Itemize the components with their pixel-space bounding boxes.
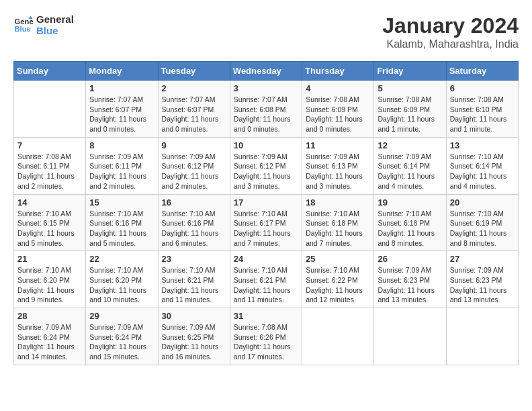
calendar-cell: 21Sunrise: 7:10 AM Sunset: 6:20 PM Dayli…: [14, 251, 86, 308]
calendar-week-row: 7Sunrise: 7:08 AM Sunset: 6:11 PM Daylig…: [14, 137, 519, 194]
day-number: 20: [450, 197, 515, 208]
logo: General Blue General Blue: [13, 13, 74, 36]
calendar-cell: [14, 81, 86, 138]
calendar-cell: 9Sunrise: 7:09 AM Sunset: 6:12 PM Daylig…: [158, 137, 230, 194]
day-info: Sunrise: 7:10 AM Sunset: 6:20 PM Dayligh…: [17, 265, 82, 305]
calendar-header-cell: Tuesday: [158, 62, 230, 81]
calendar-table: SundayMondayTuesdayWednesdayThursdayFrid…: [13, 61, 519, 365]
day-info: Sunrise: 7:09 AM Sunset: 6:12 PM Dayligh…: [162, 152, 226, 191]
logo-line2: Blue: [36, 25, 74, 36]
calendar-cell: 5Sunrise: 7:08 AM Sunset: 6:09 PM Daylig…: [374, 81, 446, 138]
calendar-cell: 3Sunrise: 7:07 AM Sunset: 6:08 PM Daylig…: [230, 81, 302, 138]
calendar-cell: 26Sunrise: 7:09 AM Sunset: 6:23 PM Dayli…: [374, 251, 446, 308]
calendar-cell: 1Sunrise: 7:07 AM Sunset: 6:07 PM Daylig…: [86, 81, 158, 138]
calendar-cell: 12Sunrise: 7:09 AM Sunset: 6:14 PM Dayli…: [374, 137, 446, 194]
day-number: 26: [378, 254, 442, 264]
day-number: 28: [17, 311, 82, 321]
calendar-cell: 16Sunrise: 7:10 AM Sunset: 6:16 PM Dayli…: [158, 194, 230, 251]
day-info: Sunrise: 7:07 AM Sunset: 6:07 PM Dayligh…: [162, 95, 226, 134]
calendar-cell: 19Sunrise: 7:10 AM Sunset: 6:18 PM Dayli…: [374, 194, 446, 251]
day-info: Sunrise: 7:10 AM Sunset: 6:17 PM Dayligh…: [234, 209, 298, 248]
calendar-header-cell: Wednesday: [230, 62, 302, 81]
calendar-cell: 13Sunrise: 7:10 AM Sunset: 6:14 PM Dayli…: [446, 137, 518, 194]
calendar-header-cell: Friday: [374, 62, 446, 81]
calendar-cell: 30Sunrise: 7:09 AM Sunset: 6:25 PM Dayli…: [158, 308, 230, 365]
calendar-cell: 8Sunrise: 7:09 AM Sunset: 6:11 PM Daylig…: [86, 137, 158, 194]
calendar-cell: 7Sunrise: 7:08 AM Sunset: 6:11 PM Daylig…: [14, 137, 86, 194]
month-title: January 2024: [382, 13, 519, 38]
day-info: Sunrise: 7:10 AM Sunset: 6:16 PM Dayligh…: [89, 209, 154, 248]
calendar-cell: 6Sunrise: 7:08 AM Sunset: 6:10 PM Daylig…: [446, 81, 518, 138]
day-number: 18: [306, 197, 370, 208]
day-info: Sunrise: 7:09 AM Sunset: 6:12 PM Dayligh…: [234, 152, 298, 191]
day-info: Sunrise: 7:10 AM Sunset: 6:14 PM Dayligh…: [450, 152, 515, 191]
calendar-body: 1Sunrise: 7:07 AM Sunset: 6:07 PM Daylig…: [14, 81, 519, 365]
calendar-week-row: 28Sunrise: 7:09 AM Sunset: 6:24 PM Dayli…: [14, 308, 519, 365]
day-number: 19: [378, 197, 442, 208]
day-number: 1: [89, 83, 154, 93]
day-number: 13: [450, 140, 515, 150]
day-number: 31: [234, 311, 298, 321]
calendar-cell: 25Sunrise: 7:10 AM Sunset: 6:22 PM Dayli…: [302, 251, 374, 308]
title-area: January 2024 Kalamb, Maharashtra, India: [382, 13, 519, 50]
day-info: Sunrise: 7:10 AM Sunset: 6:16 PM Dayligh…: [162, 209, 226, 248]
day-info: Sunrise: 7:10 AM Sunset: 6:19 PM Dayligh…: [450, 209, 515, 248]
day-info: Sunrise: 7:09 AM Sunset: 6:24 PM Dayligh…: [89, 322, 154, 362]
day-number: 3: [234, 83, 298, 93]
day-number: 22: [89, 254, 154, 264]
day-info: Sunrise: 7:08 AM Sunset: 6:26 PM Dayligh…: [234, 322, 298, 362]
calendar-header-row: SundayMondayTuesdayWednesdayThursdayFrid…: [14, 62, 519, 81]
day-number: 12: [378, 140, 442, 150]
day-info: Sunrise: 7:07 AM Sunset: 6:07 PM Dayligh…: [89, 95, 154, 134]
calendar-cell: 14Sunrise: 7:10 AM Sunset: 6:15 PM Dayli…: [14, 194, 86, 251]
calendar-cell: [374, 308, 446, 365]
day-number: 23: [162, 254, 226, 264]
logo-icon: General Blue: [13, 15, 34, 35]
calendar-header-cell: Sunday: [14, 62, 86, 81]
day-info: Sunrise: 7:10 AM Sunset: 6:15 PM Dayligh…: [17, 209, 82, 248]
day-number: 16: [162, 197, 226, 208]
calendar-cell: 29Sunrise: 7:09 AM Sunset: 6:24 PM Dayli…: [86, 308, 158, 365]
calendar-header-cell: Monday: [86, 62, 158, 81]
calendar-cell: 22Sunrise: 7:10 AM Sunset: 6:20 PM Dayli…: [86, 251, 158, 308]
day-info: Sunrise: 7:10 AM Sunset: 6:21 PM Dayligh…: [234, 265, 298, 305]
calendar-cell: 27Sunrise: 7:09 AM Sunset: 6:23 PM Dayli…: [446, 251, 518, 308]
calendar-cell: 24Sunrise: 7:10 AM Sunset: 6:21 PM Dayli…: [230, 251, 302, 308]
day-info: Sunrise: 7:09 AM Sunset: 6:11 PM Dayligh…: [89, 152, 154, 191]
day-number: 25: [306, 254, 370, 264]
day-info: Sunrise: 7:09 AM Sunset: 6:14 PM Dayligh…: [378, 152, 442, 191]
day-number: 15: [89, 197, 154, 208]
calendar-cell: 11Sunrise: 7:09 AM Sunset: 6:13 PM Dayli…: [302, 137, 374, 194]
day-number: 2: [162, 83, 226, 93]
calendar-cell: 17Sunrise: 7:10 AM Sunset: 6:17 PM Dayli…: [230, 194, 302, 251]
day-number: 14: [17, 197, 82, 208]
day-number: 5: [378, 83, 442, 93]
svg-text:Blue: Blue: [15, 25, 31, 33]
day-number: 21: [17, 254, 82, 264]
day-info: Sunrise: 7:08 AM Sunset: 6:09 PM Dayligh…: [306, 95, 370, 134]
calendar-cell: 4Sunrise: 7:08 AM Sunset: 6:09 PM Daylig…: [302, 81, 374, 138]
calendar-cell: 2Sunrise: 7:07 AM Sunset: 6:07 PM Daylig…: [158, 81, 230, 138]
calendar-week-row: 1Sunrise: 7:07 AM Sunset: 6:07 PM Daylig…: [14, 81, 519, 138]
day-info: Sunrise: 7:07 AM Sunset: 6:08 PM Dayligh…: [234, 95, 298, 134]
logo-line1: General: [36, 13, 74, 25]
calendar-cell: 15Sunrise: 7:10 AM Sunset: 6:16 PM Dayli…: [86, 194, 158, 251]
day-info: Sunrise: 7:08 AM Sunset: 6:11 PM Dayligh…: [17, 152, 82, 191]
day-info: Sunrise: 7:09 AM Sunset: 6:13 PM Dayligh…: [306, 152, 370, 191]
calendar-header-cell: Thursday: [302, 62, 374, 81]
calendar-cell: 23Sunrise: 7:10 AM Sunset: 6:21 PM Dayli…: [158, 251, 230, 308]
calendar-week-row: 14Sunrise: 7:10 AM Sunset: 6:15 PM Dayli…: [14, 194, 519, 251]
day-number: 24: [234, 254, 298, 264]
day-info: Sunrise: 7:08 AM Sunset: 6:10 PM Dayligh…: [450, 95, 515, 134]
location-title: Kalamb, Maharashtra, India: [382, 38, 519, 50]
day-info: Sunrise: 7:09 AM Sunset: 6:24 PM Dayligh…: [17, 322, 82, 362]
day-number: 29: [89, 311, 154, 321]
header: General Blue General Blue January 2024 K…: [13, 13, 519, 50]
day-info: Sunrise: 7:10 AM Sunset: 6:22 PM Dayligh…: [306, 265, 370, 305]
day-info: Sunrise: 7:08 AM Sunset: 6:09 PM Dayligh…: [378, 95, 442, 134]
day-number: 10: [234, 140, 298, 150]
day-number: 8: [89, 140, 154, 150]
calendar-cell: 10Sunrise: 7:09 AM Sunset: 6:12 PM Dayli…: [230, 137, 302, 194]
calendar-cell: 20Sunrise: 7:10 AM Sunset: 6:19 PM Dayli…: [446, 194, 518, 251]
day-number: 27: [450, 254, 515, 264]
